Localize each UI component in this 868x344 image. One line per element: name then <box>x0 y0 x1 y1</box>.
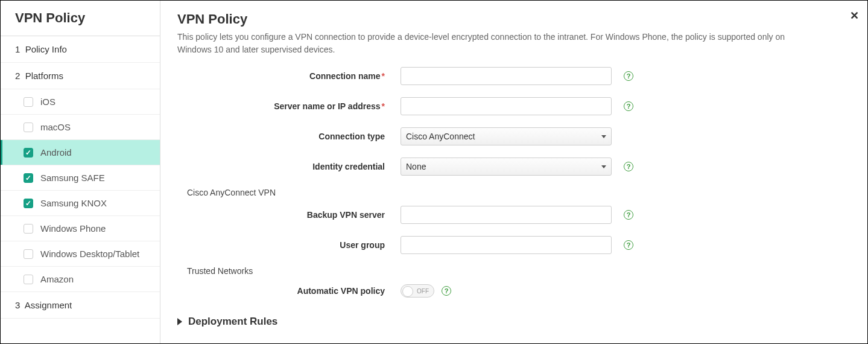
checkbox-icon[interactable] <box>24 275 33 284</box>
sidebar-title: VPN Policy <box>1 1 160 36</box>
help-icon[interactable]: ? <box>442 286 451 296</box>
step-label: Platforms <box>25 71 63 81</box>
platform-macos[interactable]: macOS <box>1 115 160 140</box>
row-backup-vpn: Backup VPN server ? <box>177 206 851 224</box>
triangle-right-icon <box>177 318 182 325</box>
checkbox-icon[interactable] <box>24 148 33 158</box>
connection-type-select[interactable]: Cisco AnyConnect <box>401 127 612 145</box>
backup-vpn-input[interactable] <box>401 206 612 224</box>
toggle-state: OFF <box>417 288 429 295</box>
platform-amazon[interactable]: Amazon <box>1 267 160 292</box>
step-assignment[interactable]: 3 Assignment <box>1 292 160 319</box>
section-trusted: Trusted Networks <box>187 266 851 276</box>
platform-label: iOS <box>40 97 55 107</box>
help-icon[interactable]: ? <box>624 162 633 171</box>
checkbox-icon[interactable] <box>24 97 33 107</box>
row-connection-type: Connection type Cisco AnyConnect <box>177 127 851 145</box>
main-content: ✕ VPN Policy This policy lets you config… <box>160 1 867 343</box>
close-icon[interactable]: ✕ <box>850 9 859 22</box>
checkbox-icon[interactable] <box>24 249 33 259</box>
platform-ios[interactable]: iOS <box>1 89 160 115</box>
page-description: This policy lets you configure a VPN con… <box>177 31 793 56</box>
select-value: None <box>406 162 426 171</box>
chevron-down-icon <box>601 135 606 138</box>
deployment-rules-toggle[interactable]: Deployment Rules <box>177 316 851 328</box>
platform-label: Samsung SAFE <box>40 173 105 183</box>
row-identity-credential: Identity credential None ? <box>177 158 851 176</box>
step-label: Policy Info <box>25 44 67 54</box>
row-connection-name: Connection name* ? <box>177 67 851 85</box>
platform-samsung-safe[interactable]: Samsung SAFE <box>1 165 160 191</box>
checkbox-icon[interactable] <box>24 173 33 183</box>
deployment-rules-label: Deployment Rules <box>188 316 277 328</box>
help-icon[interactable]: ? <box>624 101 633 111</box>
step-num: 1 <box>15 44 20 54</box>
row-auto-vpn: Automatic VPN policy OFF ? <box>177 284 851 298</box>
label-auto-vpn: Automatic VPN policy <box>177 286 401 296</box>
identity-credential-select[interactable]: None <box>401 158 612 176</box>
user-group-input[interactable] <box>401 236 612 254</box>
label-identity-credential: Identity credential <box>177 162 401 171</box>
platform-label: Android <box>40 147 72 158</box>
step-platforms[interactable]: 2 Platforms <box>1 63 160 89</box>
row-user-group: User group ? <box>177 236 851 254</box>
checkbox-icon[interactable] <box>24 123 33 132</box>
label-connection-type: Connection type <box>177 132 401 141</box>
step-num: 3 <box>15 300 20 310</box>
checkbox-icon[interactable] <box>24 224 33 234</box>
sidebar: VPN Policy 1 Policy Info 2 Platforms iOS… <box>1 1 160 343</box>
platform-windows-desktop[interactable]: Windows Desktop/Tablet <box>1 241 160 267</box>
label-server-name: Server name or IP address* <box>177 101 401 111</box>
step-num: 2 <box>15 71 20 81</box>
step-policy-info[interactable]: 1 Policy Info <box>1 36 160 63</box>
label-connection-name: Connection name* <box>177 71 401 81</box>
platform-label: Windows Phone <box>40 223 106 234</box>
server-name-input[interactable] <box>401 97 612 115</box>
section-cisco: Cisco AnyConnect VPN <box>187 188 851 197</box>
label-user-group: User group <box>177 240 401 250</box>
chevron-down-icon <box>601 165 606 168</box>
platform-label: Windows Desktop/Tablet <box>40 249 139 259</box>
help-icon[interactable]: ? <box>624 210 633 220</box>
platform-android[interactable]: Android <box>1 140 160 165</box>
page-title: VPN Policy <box>177 11 851 27</box>
help-icon[interactable]: ? <box>624 71 633 81</box>
help-icon[interactable]: ? <box>624 240 633 250</box>
platform-label: macOS <box>40 122 71 132</box>
checkbox-icon[interactable] <box>24 199 33 208</box>
platform-samsung-knox[interactable]: Samsung KNOX <box>1 191 160 216</box>
platform-label: Amazon <box>40 274 74 284</box>
select-value: Cisco AnyConnect <box>406 132 475 141</box>
auto-vpn-toggle[interactable]: OFF <box>401 284 434 298</box>
connection-name-input[interactable] <box>401 67 612 85</box>
row-server-name: Server name or IP address* ? <box>177 97 851 115</box>
platform-windows-phone[interactable]: Windows Phone <box>1 216 160 241</box>
step-label: Assignment <box>25 300 72 310</box>
platform-label: Samsung KNOX <box>40 198 107 208</box>
label-backup-vpn: Backup VPN server <box>177 210 401 220</box>
